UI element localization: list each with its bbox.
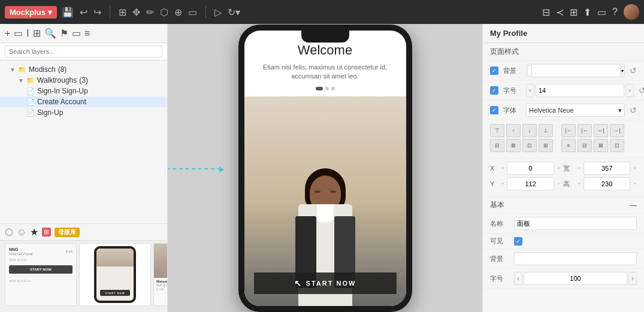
x-field: 0 — [507, 162, 554, 175]
fontfamily-select[interactable]: Helvetica Neue ▾ — [526, 104, 625, 117]
thumbnail-2[interactable]: START NOW — [79, 243, 151, 306]
align-h1[interactable]: |← — [561, 124, 576, 137]
basic-section-header[interactable]: 基本 — — [483, 197, 644, 214]
coords-row-2: Y ‹ 112 › 高 ‹ 230 › — [490, 177, 637, 190]
welcome-subtitle: Etiam nisl felis, maximus ut consectetur… — [254, 63, 397, 81]
fontfamily-checkbox[interactable] — [490, 106, 498, 114]
add-icon[interactable]: + — [5, 28, 10, 39]
thumbnail-1[interactable]: NNGFree HA Portal 4:28 50% to 9.0 START … — [5, 243, 77, 306]
dist-h2[interactable]: ⊠ — [506, 139, 521, 152]
y-decrement[interactable]: ‹ — [501, 181, 505, 186]
start-now-button[interactable]: ↖ START NOW — [254, 272, 397, 294]
size-decrement[interactable]: ‹ — [514, 272, 522, 285]
panel-title: My Profile — [483, 24, 644, 43]
h-input[interactable]: 230 — [584, 180, 630, 187]
bg-color-input[interactable] — [533, 67, 620, 74]
avatar-image — [624, 4, 639, 20]
pencil-icon[interactable]: ✏ — [146, 7, 154, 18]
star-icon[interactable]: ★ — [30, 226, 38, 238]
avatar[interactable] — [624, 4, 639, 20]
brand-logo[interactable]: Mockplus ▾ — [5, 6, 57, 19]
redo-icon[interactable]: ↪ — [93, 7, 101, 18]
y-input[interactable]: 112 — [507, 180, 553, 187]
thumbnail-3[interactable]: Maison Martin Margiela Skirt & Jacket € … — [153, 243, 167, 306]
h-increment[interactable]: › — [633, 181, 637, 186]
x-input[interactable]: 0 — [507, 165, 553, 172]
layer-search-input[interactable] — [5, 46, 162, 57]
dist-v3[interactable]: ⊠ — [594, 139, 608, 152]
tree-item-walktroughs[interactable]: ▼ 📁 Walktroughs (3) — [0, 75, 167, 86]
play-icon[interactable]: ▷ — [214, 7, 222, 18]
tree-item-signin[interactable]: 📄 Sign-In Sign-Up — [0, 86, 167, 96]
tree-item-createaccount[interactable]: 📄 Create Account — [0, 96, 167, 107]
fontfamily-reset[interactable]: ↺ — [630, 105, 637, 115]
basic-bg-input[interactable] — [514, 252, 637, 265]
dist-v4[interactable]: ⊡ — [610, 139, 624, 152]
align-h4[interactable]: →| — [610, 124, 624, 137]
bg-dropdown-icon[interactable]: ▾ — [620, 65, 624, 76]
share-icon[interactable]: ≺ — [556, 7, 564, 18]
layers-tree: ▼ 📁 Modisch (8) ▼ 📁 Walktroughs (3) 📄 Si… — [0, 60, 167, 223]
fontsize-input[interactable]: 14 — [536, 87, 624, 94]
component-icon[interactable]: ⊞ — [119, 7, 126, 18]
rect-icon[interactable]: ▭ — [188, 7, 197, 18]
visible-checkbox[interactable] — [514, 237, 522, 246]
shape-icon[interactable]: ⬡ — [160, 7, 168, 18]
fontsize-checkbox[interactable] — [490, 86, 498, 95]
dist-h1[interactable]: ⊟ — [490, 139, 504, 152]
x-decrement[interactable]: ‹ — [501, 166, 505, 171]
smile-icon[interactable]: ☺ — [17, 227, 26, 238]
text-tool-icon[interactable]: I — [26, 28, 29, 39]
w-increment[interactable]: › — [633, 166, 637, 171]
fontsize-increment[interactable]: › — [625, 84, 634, 97]
w-decrement[interactable]: ‹ — [577, 166, 581, 171]
upload-icon[interactable]: ⬆ — [583, 7, 591, 18]
list-icon[interactable]: ≡ — [84, 28, 90, 39]
export-icon[interactable]: ⊟ — [542, 7, 550, 18]
align-top-center[interactable]: ↑ — [506, 124, 521, 137]
flag-icon[interactable]: ⚑ — [60, 28, 68, 39]
folder2-icon: 📁 — [26, 77, 35, 84]
align-bottom[interactable]: ⊥ — [539, 124, 553, 137]
coords-section: X ‹ 0 › 宽 ‹ 357 › Y ‹ 112 › 高 — [483, 158, 644, 197]
align-top-right[interactable]: ↓ — [522, 124, 537, 137]
rect-tool-icon[interactable]: ▭ — [14, 28, 23, 39]
h-decrement[interactable]: ‹ — [577, 181, 581, 186]
help-icon[interactable]: ? — [612, 7, 618, 17]
dist-h4[interactable]: ⊞ — [539, 139, 553, 152]
tree-item-signup[interactable]: 📄 Sign-Up — [0, 107, 167, 118]
refresh-icon[interactable]: ↻▾ — [228, 7, 240, 18]
walktroughs-label: Walktroughs — [37, 76, 77, 84]
size-input[interactable]: 100 — [524, 275, 627, 282]
template-icon[interactable]: ▭ — [72, 28, 81, 39]
thumbnails-row: NNGFree HA Portal 4:28 50% to 9.0 START … — [0, 240, 167, 312]
grid-tool-icon[interactable]: ⊞ — [33, 28, 41, 39]
add-circle-icon[interactable]: ⊕ — [174, 7, 182, 18]
undo-icon[interactable]: ↩ — [80, 7, 87, 18]
align-h3[interactable]: ↔| — [594, 124, 608, 137]
save-icon[interactable]: 💾 — [62, 7, 74, 18]
fontsize-reset[interactable]: ↺ — [639, 86, 644, 95]
align-top-left[interactable]: ⊤ — [490, 124, 504, 137]
window-icon[interactable]: ▭ — [597, 7, 606, 18]
tree-item-modisch[interactable]: ▼ 📁 Modisch (8) — [0, 64, 167, 75]
dist-v2[interactable]: ⊟ — [578, 139, 592, 152]
thumb2-btn-label: START NOW — [105, 292, 125, 295]
search-icon[interactable]: 🔍 — [44, 28, 56, 39]
cube-icon[interactable]: ⬡ — [5, 226, 13, 238]
dist-h3[interactable]: ⊡ — [522, 139, 537, 152]
grid-icon[interactable]: ⊞ — [570, 7, 578, 18]
bg-color-swatch[interactable] — [527, 65, 532, 76]
x-increment[interactable]: › — [557, 166, 561, 171]
fontsize-decrement[interactable]: ‹ — [526, 84, 534, 97]
align-h2[interactable]: |↔ — [578, 124, 592, 137]
move-icon[interactable]: ✥ — [132, 7, 140, 18]
size-increment[interactable]: › — [628, 272, 637, 285]
w-input[interactable]: 357 — [584, 165, 630, 172]
grid2-icon[interactable]: ⊞ — [42, 228, 51, 237]
name-input[interactable]: 面板 — [514, 217, 637, 230]
bg-checkbox[interactable] — [490, 66, 498, 75]
y-increment[interactable]: › — [557, 181, 561, 186]
bg-reset[interactable]: ↺ — [630, 66, 637, 75]
dist-v1[interactable]: ≡ — [561, 139, 576, 152]
